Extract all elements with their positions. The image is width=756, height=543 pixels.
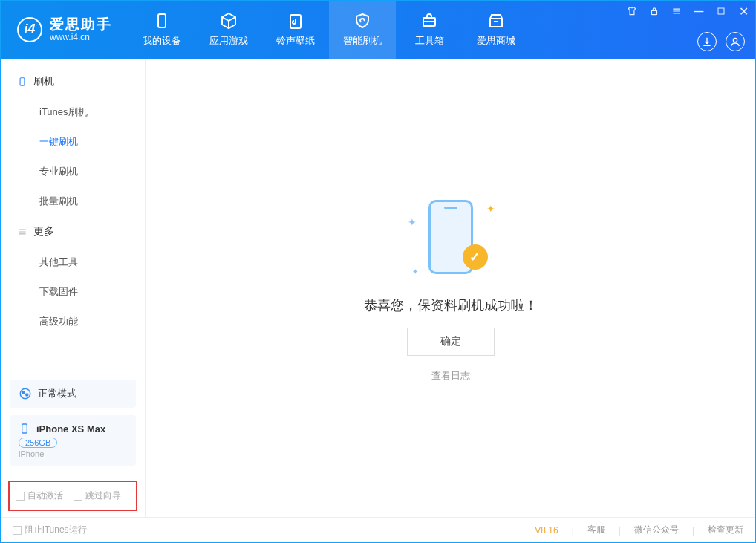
tab-label: 工具箱 <box>415 34 444 48</box>
list-icon <box>17 227 27 237</box>
music-icon <box>287 12 304 30</box>
tab-label: 我的设备 <box>143 34 181 48</box>
success-message: 恭喜您，保资料刷机成功啦！ <box>364 296 538 314</box>
lock-icon[interactable] <box>647 4 662 19</box>
app-title: 爱思助手 <box>50 17 112 33</box>
tab-apps[interactable]: 应用游戏 <box>195 1 262 59</box>
mode-card[interactable]: 正常模式 <box>10 380 136 408</box>
tab-label: 铃声壁纸 <box>276 34 315 48</box>
app-logo: i4 爱思助手 www.i4.cn <box>1 17 128 42</box>
tab-my-device[interactable]: 我的设备 <box>128 1 195 59</box>
section-more: 更多 <box>1 216 145 247</box>
header-actions <box>697 32 745 51</box>
checkbox-label: 阻止iTunes运行 <box>25 524 87 536</box>
header-tabs: 我的设备 应用游戏 铃声壁纸 智能刷机 工具箱 爱思商城 <box>128 1 529 59</box>
window-controls: ─ ✕ <box>625 4 751 19</box>
checkbox-label: 自动激活 <box>27 490 63 502</box>
tab-toolbox[interactable]: 工具箱 <box>396 1 463 59</box>
refresh-shield-icon <box>353 12 371 30</box>
check-update-link[interactable]: 检查更新 <box>708 524 743 536</box>
sidebar-nav: 刷机 iTunes刷机 一键刷机 专业刷机 批量刷机 更多 其他工具 下载固件 … <box>1 59 145 374</box>
device-type: iPhone <box>19 449 127 458</box>
app-header: i4 爱思助手 www.i4.cn 我的设备 应用游戏 铃声壁纸 智能刷机 工具… <box>1 1 755 59</box>
device-name: iPhone XS Max <box>36 423 105 435</box>
status-bar: 阻止iTunes运行 V8.16 | 客服 | 微信公众号 | 检查更新 <box>1 517 755 542</box>
sparkle-icon: ✦ <box>486 203 495 215</box>
close-button[interactable]: ✕ <box>736 4 751 19</box>
tab-label: 爱思商城 <box>477 34 515 48</box>
checkbox-auto-activate[interactable]: 自动激活 <box>16 490 63 502</box>
svg-rect-10 <box>22 424 27 433</box>
store-icon <box>487 12 505 30</box>
options-highlight-box: 自动激活 跳过向导 <box>8 481 137 511</box>
wechat-link[interactable]: 微信公众号 <box>634 524 679 536</box>
tab-label: 智能刷机 <box>343 34 382 48</box>
svg-point-7 <box>20 388 30 399</box>
mode-label: 正常模式 <box>38 387 76 400</box>
download-icon[interactable] <box>697 32 717 51</box>
nav-onekey-flash[interactable]: 一键刷机 <box>1 127 145 157</box>
svg-rect-4 <box>718 8 724 14</box>
customer-service-link[interactable]: 客服 <box>587 524 605 536</box>
section-label: 更多 <box>33 225 54 238</box>
phone-small-icon <box>19 423 30 435</box>
mode-icon <box>19 387 32 400</box>
phone-icon <box>153 12 171 30</box>
check-badge-icon: ✓ <box>463 244 488 270</box>
section-label: 刷机 <box>33 75 54 88</box>
version-label: V8.16 <box>535 525 558 536</box>
svg-rect-3 <box>652 10 657 14</box>
app-subtitle: www.i4.cn <box>50 33 112 42</box>
menu-icon[interactable] <box>669 4 684 19</box>
svg-rect-0 <box>158 14 166 27</box>
device-icon <box>17 77 27 87</box>
device-capacity: 256GB <box>19 438 57 448</box>
tab-label: 应用游戏 <box>209 34 248 48</box>
section-flash: 刷机 <box>1 66 145 97</box>
device-card[interactable]: iPhone XS Max 256GB iPhone <box>10 415 136 466</box>
nav-batch-flash[interactable]: 批量刷机 <box>1 186 145 216</box>
shirt-icon[interactable] <box>625 4 639 19</box>
svg-point-8 <box>22 391 25 394</box>
nav-download-firmware[interactable]: 下载固件 <box>1 277 145 307</box>
maximize-button[interactable] <box>714 4 729 19</box>
device-panel: 正常模式 iPhone XS Max 256GB iPhone <box>1 374 145 481</box>
nav-other-tools[interactable]: 其他工具 <box>1 247 145 277</box>
ok-button[interactable]: 确定 <box>407 328 495 356</box>
sparkle-icon: ✦ <box>408 216 417 228</box>
checkbox-label: 跳过向导 <box>85 490 121 502</box>
success-illustration: ✦ ✦ ✦ ✓ <box>406 194 495 283</box>
cube-icon <box>220 12 238 30</box>
svg-point-5 <box>733 38 737 42</box>
sidebar: 刷机 iTunes刷机 一键刷机 专业刷机 批量刷机 更多 其他工具 下载固件 … <box>1 59 146 517</box>
checkbox-skip-guide[interactable]: 跳过向导 <box>74 490 121 502</box>
svg-point-9 <box>26 394 28 396</box>
svg-rect-6 <box>20 78 25 86</box>
nav-advanced[interactable]: 高级功能 <box>1 307 145 336</box>
app-body: 刷机 iTunes刷机 一键刷机 专业刷机 批量刷机 更多 其他工具 下载固件 … <box>1 59 755 517</box>
nav-itunes-flash[interactable]: iTunes刷机 <box>1 97 145 127</box>
user-icon[interactable] <box>726 32 745 51</box>
sparkle-icon: ✦ <box>412 267 418 276</box>
tab-ringtone[interactable]: 铃声壁纸 <box>262 1 329 59</box>
tab-smart-flash[interactable]: 智能刷机 <box>329 1 396 59</box>
main-content: ✦ ✦ ✦ ✓ 恭喜您，保资料刷机成功啦！ 确定 查看日志 <box>146 59 755 517</box>
minimize-button[interactable]: ─ <box>691 4 706 19</box>
view-log-link[interactable]: 查看日志 <box>431 369 470 383</box>
logo-icon: i4 <box>17 17 42 42</box>
toolbox-icon <box>420 12 438 30</box>
tab-store[interactable]: 爱思商城 <box>463 1 529 59</box>
nav-pro-flash[interactable]: 专业刷机 <box>1 157 145 186</box>
checkbox-block-itunes[interactable]: 阻止iTunes运行 <box>13 524 87 536</box>
